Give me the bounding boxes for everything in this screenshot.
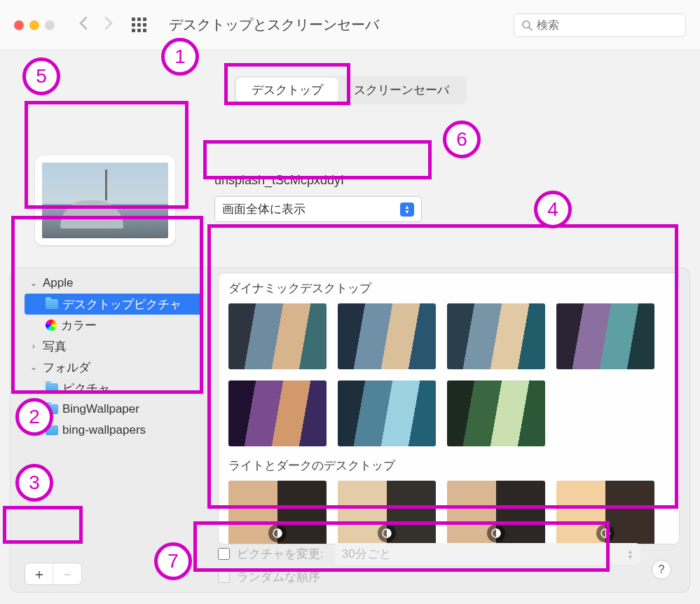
zoom-icon <box>45 20 55 30</box>
sidebar-item-colors[interactable]: カラー <box>25 315 203 336</box>
section-lightdark-title: ライトとダークのデスクトップ <box>228 458 669 474</box>
sidebar-item-folder[interactable]: ピクチャ <box>25 378 203 399</box>
wallpaper-filename: unsplash_tScMcpxddyI <box>214 173 422 188</box>
sidebar-group-apple[interactable]: ⌄ Apple <box>25 273 203 294</box>
wallpaper-thumb[interactable] <box>338 380 436 446</box>
change-interval-value: 30分ごと <box>342 546 391 562</box>
traffic-lights <box>14 20 55 30</box>
add-remove-folder: ＋ － <box>25 563 82 585</box>
wallpaper-thumb[interactable] <box>228 481 327 544</box>
titlebar: デスクトップとスクリーンセーバ <box>0 0 700 50</box>
tab-desktop[interactable]: デスクトップ <box>236 78 338 102</box>
tab-screensaver[interactable]: スクリーンセーバ <box>338 78 465 102</box>
wallpaper-thumb[interactable] <box>338 481 436 544</box>
folder-icon <box>46 299 58 309</box>
tab-bar: デスクトップ スクリーンセーバ <box>234 76 467 104</box>
folder-icon <box>46 383 58 393</box>
appearance-badge-icon <box>378 524 396 542</box>
sidebar-item-label: ピクチャ <box>62 380 110 397</box>
wallpaper-preview <box>35 156 175 245</box>
sidebar-item-folder[interactable]: bing-wallpapers <box>25 420 203 441</box>
change-picture-checkbox[interactable] <box>218 548 230 560</box>
chevron-down-icon: ⌄ <box>29 362 39 372</box>
chevron-up-down-icon: ▲▼ <box>400 203 414 217</box>
appearance-badge-icon <box>268 524 287 542</box>
sidebar-group-photos[interactable]: › 写真 <box>25 336 203 357</box>
random-order-label: ランダムな順序 <box>237 569 320 585</box>
random-order-checkbox <box>218 571 230 583</box>
remove-folder-button: － <box>53 563 81 584</box>
chevron-down-icon: ⌄ <box>29 278 39 288</box>
sidebar-label: Apple <box>43 276 73 290</box>
nav-arrows <box>78 16 114 34</box>
sidebar-group-folders[interactable]: ⌄ フォルダ <box>25 357 203 378</box>
folder-icon <box>46 404 58 414</box>
wallpaper-thumb[interactable] <box>447 481 545 544</box>
wallpaper-grid[interactable]: ダイナミックデスクトップ ライトとダークのデスクトップ <box>218 273 680 544</box>
change-picture-label: ピクチャを変更: <box>237 546 324 562</box>
window-title: デスクトップとスクリーンセーバ <box>169 15 379 34</box>
annotation-marker-4: 4 <box>534 191 572 228</box>
wallpaper-thumb[interactable] <box>338 303 436 369</box>
wallpaper-thumb[interactable] <box>228 303 327 369</box>
folder-icon <box>46 425 58 435</box>
svg-line-1 <box>529 27 532 30</box>
add-folder-button[interactable]: ＋ <box>25 563 53 584</box>
sidebar-item-label: デスクトップピクチャ <box>62 296 181 313</box>
color-wheel-icon <box>46 320 57 331</box>
wallpaper-thumb[interactable] <box>447 303 545 369</box>
wallpaper-thumb[interactable] <box>447 380 545 446</box>
change-options: ピクチャを変更: 30分ごと ▲▼ ランダムな順序 <box>218 543 640 585</box>
sidebar-label: 写真 <box>43 338 67 355</box>
wallpaper-thumb[interactable] <box>556 303 654 369</box>
sidebar-item-desktop-pictures[interactable]: デスクトップピクチャ <box>25 294 203 315</box>
forward-button[interactable] <box>104 16 114 34</box>
appearance-badge-icon <box>487 524 505 542</box>
sidebar-label: フォルダ <box>43 359 90 376</box>
search-input[interactable] <box>537 19 678 32</box>
annotation-marker-6: 6 <box>443 121 481 158</box>
appearance-badge-icon <box>596 524 615 542</box>
fit-mode-value: 画面全体に表示 <box>222 201 306 217</box>
sidebar-item-label: bing-wallpapers <box>62 423 146 437</box>
search-icon <box>521 20 533 31</box>
wallpaper-preview-image <box>42 163 168 238</box>
source-sidebar: ⌄ Apple デスクトップピクチャ カラー › 写真 ⌄ フォルダ ピクチャ <box>25 273 203 441</box>
sidebar-item-folder[interactable]: BingWallpaper <box>25 399 203 420</box>
search-field[interactable] <box>514 13 686 37</box>
wallpaper-thumb[interactable] <box>556 481 654 544</box>
chevron-up-down-icon: ▲▼ <box>627 549 633 560</box>
change-interval-select: 30分ごと ▲▼ <box>335 543 640 565</box>
show-all-icon[interactable] <box>132 18 146 32</box>
sidebar-item-label: BingWallpaper <box>62 402 139 416</box>
wallpaper-thumb[interactable] <box>228 380 327 446</box>
minimize-icon[interactable] <box>29 20 39 30</box>
back-button[interactable] <box>78 16 88 34</box>
close-icon[interactable] <box>14 20 24 30</box>
help-button[interactable]: ? <box>652 560 671 579</box>
fit-mode-select[interactable]: 画面全体に表示 ▲▼ <box>214 196 422 222</box>
section-dynamic-title: ダイナミックデスクトップ <box>228 280 669 296</box>
chevron-right-icon: › <box>29 341 39 351</box>
sidebar-item-label: カラー <box>61 317 97 334</box>
